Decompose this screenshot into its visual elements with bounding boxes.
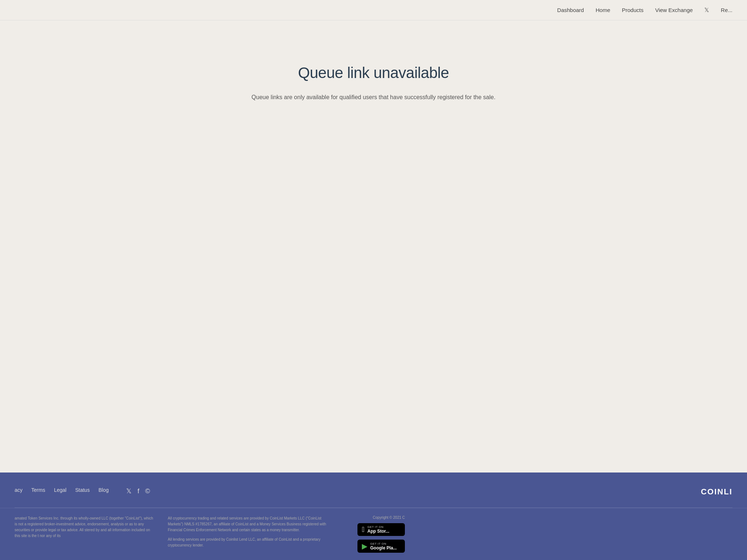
google-play-get-it: GET IT ON	[370, 542, 397, 545]
footer-twitter-icon[interactable]: 𝕏	[126, 487, 132, 495]
footer-right: Copyright © 2021 C  GET IT ON App Stor.…	[347, 516, 405, 553]
google-play-icon: ▶	[362, 542, 367, 551]
footer-nav-terms[interactable]: Terms	[31, 487, 45, 493]
footer-copyright: Copyright © 2021 C	[373, 516, 405, 520]
footer-legal-left-text: amated Token Services Inc. through its w…	[15, 516, 153, 539]
app-store-badge[interactable]:  GET IT ON App Stor...	[357, 523, 405, 536]
google-play-text: GET IT ON Google Pla...	[370, 542, 397, 551]
error-subtitle: Queue links are only available for quali…	[252, 93, 496, 102]
google-play-badge[interactable]: ▶ GET IT ON Google Pla...	[357, 540, 405, 553]
site-header: Dashboard Home Products View Exchange 𝕏 …	[0, 0, 747, 20]
footer-legal-center-text-1: All cryptocurrency trading and related s…	[168, 516, 332, 533]
footer-legal-left: amated Token Services Inc. through its w…	[15, 516, 153, 553]
footer-facebook-icon[interactable]: f	[138, 487, 139, 495]
footer-nav-privacy[interactable]: acy	[15, 487, 23, 493]
nav-home[interactable]: Home	[596, 7, 610, 13]
nav-view-exchange[interactable]: View Exchange	[655, 7, 693, 13]
app-store-text: GET IT ON App Stor...	[367, 525, 389, 534]
site-footer: acy Terms Legal Status Blog 𝕏 f © COINLI…	[0, 472, 747, 560]
footer-brand: COINLI	[701, 487, 732, 497]
footer-legal-center-text-2: All lending services are provided by Coi…	[168, 537, 332, 548]
main-content: Queue link unavailable Queue links are o…	[0, 20, 747, 472]
footer-legal-center: All cryptocurrency trading and related s…	[168, 516, 332, 553]
footer-nav-status[interactable]: Status	[75, 487, 90, 493]
app-store-name: App Stor...	[367, 529, 389, 534]
nav-products[interactable]: Products	[622, 7, 643, 13]
twitter-icon[interactable]: 𝕏	[704, 7, 709, 13]
nav-dashboard[interactable]: Dashboard	[557, 7, 584, 13]
footer-bottom: amated Token Services Inc. through its w…	[0, 508, 747, 560]
apple-icon: 	[362, 525, 364, 534]
footer-nav-blog[interactable]: Blog	[98, 487, 109, 493]
google-play-name: Google Pla...	[370, 545, 397, 551]
footer-reddit-icon[interactable]: ©	[145, 487, 150, 495]
footer-nav-legal[interactable]: Legal	[54, 487, 66, 493]
footer-top: acy Terms Legal Status Blog 𝕏 f © COINLI	[0, 487, 747, 508]
footer-nav: acy Terms Legal Status Blog	[15, 487, 109, 493]
nav-register[interactable]: Re...	[721, 7, 732, 13]
error-title: Queue link unavailable	[298, 64, 449, 82]
app-store-get-it: GET IT ON	[367, 525, 389, 529]
footer-social: 𝕏 f ©	[126, 487, 150, 495]
